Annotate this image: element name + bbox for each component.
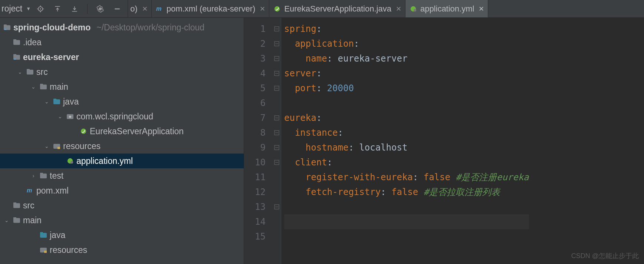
tree-label: com.wcl.springcloud [76, 112, 153, 122]
chevron-down-icon[interactable]: ⌄ [3, 217, 10, 223]
svg-point-31 [69, 116, 71, 118]
tree-label: java [50, 230, 65, 240]
tree-root[interactable]: spring-cloud-demo ~/Desktop/work/spring-… [0, 20, 244, 35]
separator [87, 4, 88, 14]
svg-point-15 [414, 9, 416, 11]
svg-rect-20 [13, 39, 16, 41]
fold-open-icon[interactable] [274, 160, 279, 165]
fold-close-icon[interactable] [274, 204, 279, 209]
spring-icon [273, 6, 281, 12]
tree-item-test[interactable]: › test [0, 168, 244, 183]
line-number: 12 [244, 185, 266, 199]
tree-item-app-class[interactable]: EurekaServerApplication [0, 124, 244, 139]
code-editor[interactable]: 1 2 3 4 5 6 7 8 9 10 11 12 13 14 15 [244, 18, 644, 264]
svg-point-36 [70, 161, 73, 164]
maven-icon: m [26, 187, 34, 194]
svg-rect-43 [13, 217, 16, 219]
fold-open-icon[interactable] [274, 41, 279, 46]
tab-application-yml[interactable]: application.yml ✕ [405, 0, 489, 17]
svg-rect-38 [40, 173, 43, 175]
tree-item-main[interactable]: ⌄ main [0, 79, 244, 94]
project-icon [3, 24, 11, 31]
svg-rect-34 [58, 147, 60, 149]
chevron-down-icon[interactable]: ⌄ [43, 99, 50, 105]
folder-icon [39, 83, 47, 90]
tree-label: java [63, 97, 79, 107]
line-number: 9 [244, 140, 266, 155]
chevron-down-icon: ▼ [26, 6, 31, 11]
tree-item-src[interactable]: ⌄ src [0, 65, 244, 79]
svg-rect-25 [27, 69, 30, 71]
line-number: 13 [244, 199, 266, 214]
fold-close-icon[interactable] [274, 145, 279, 150]
svg-text:m: m [27, 187, 32, 194]
tree-item-eureka-server[interactable]: eureka-server [0, 50, 244, 65]
code-area[interactable]: spring: application: name: eureka-server… [281, 18, 529, 264]
top-bar: roject ▼ o) ✕ m pom.xml (eureka-server) … [0, 0, 644, 18]
yml-icon [66, 158, 74, 164]
close-icon[interactable]: ✕ [396, 5, 401, 13]
tree-item-src2[interactable]: src [0, 198, 244, 213]
tree-label: src [36, 67, 48, 77]
maven-icon: m [155, 6, 164, 12]
tree-label: application.yml [76, 156, 133, 166]
locate-icon[interactable] [36, 4, 45, 13]
line-number: 5 [244, 81, 266, 96]
collapse-all-icon[interactable] [70, 4, 79, 13]
tree-root-name: spring-cloud-demo [13, 23, 91, 33]
fold-open-icon[interactable] [274, 130, 279, 135]
svg-rect-22 [13, 54, 16, 56]
line-number: 14 [244, 214, 266, 229]
chevron-down-icon[interactable]: ⌄ [16, 69, 24, 75]
editor-tabs: o) ✕ m pom.xml (eureka-server) ✕ EurekaS… [128, 0, 644, 17]
chevron-down-icon[interactable]: ⌄ [43, 143, 50, 149]
tab-eureka-app-java[interactable]: EurekaServerApplication.java ✕ [269, 0, 405, 17]
svg-point-10 [99, 8, 101, 10]
tree-label: resources [63, 141, 101, 151]
tree-item-java2[interactable]: java [0, 228, 244, 242]
line-number: 11 [244, 170, 266, 185]
tree-item-idea[interactable]: .idea [0, 35, 244, 50]
yml-icon [409, 6, 417, 12]
svg-rect-45 [40, 232, 43, 234]
chevron-down-icon[interactable]: ⌄ [56, 113, 64, 119]
svg-rect-23 [14, 59, 16, 60]
tree-item-application-yml[interactable]: application.yml [0, 154, 244, 168]
tree-item-resources[interactable]: ⌄ resources [0, 139, 244, 154]
project-toolbar [36, 0, 128, 17]
tree-label: resources [50, 245, 87, 255]
fold-open-icon[interactable] [274, 71, 279, 76]
tree-item-java[interactable]: ⌄ java [0, 94, 244, 109]
source-folder-icon [39, 232, 47, 238]
fold-open-icon[interactable] [274, 26, 279, 32]
tree-label: pom.xml [36, 186, 69, 196]
hide-icon[interactable] [113, 4, 122, 13]
package-icon [66, 113, 74, 120]
project-tool-window-tab[interactable]: roject ▼ [0, 0, 36, 17]
svg-rect-41 [13, 202, 16, 204]
tree-item-pom[interactable]: m pom.xml [0, 183, 244, 198]
svg-rect-29 [53, 99, 56, 100]
close-icon[interactable]: ✕ [260, 5, 265, 13]
gear-icon[interactable] [96, 4, 105, 13]
fold-close-icon[interactable] [274, 86, 279, 91]
svg-point-13 [275, 6, 280, 11]
close-icon[interactable]: ✕ [479, 5, 484, 13]
line-number: 7 [244, 110, 266, 125]
fold-open-icon[interactable] [274, 115, 279, 121]
close-icon[interactable]: ✕ [142, 5, 148, 13]
tab-stub[interactable]: o) ✕ [128, 0, 152, 17]
tree-item-package[interactable]: ⌄ com.wcl.springcloud [0, 109, 244, 124]
tab-label: application.yml [420, 4, 474, 14]
fold-close-icon[interactable] [274, 56, 279, 61]
tab-pom-xml[interactable]: m pom.xml (eureka-server) ✕ [152, 0, 270, 17]
expand-all-icon[interactable] [53, 4, 62, 13]
chevron-down-icon[interactable]: ⌄ [30, 84, 37, 90]
folder-icon [26, 69, 34, 75]
tree-item-resources2[interactable]: resources [0, 242, 244, 257]
tree-item-main2[interactable]: ⌄ main [0, 213, 244, 228]
project-tree[interactable]: spring-cloud-demo ~/Desktop/work/spring-… [0, 18, 244, 264]
chevron-right-icon[interactable]: › [30, 173, 37, 179]
tab-label: EurekaServerApplication.java [284, 4, 391, 14]
folder-icon [13, 39, 21, 46]
